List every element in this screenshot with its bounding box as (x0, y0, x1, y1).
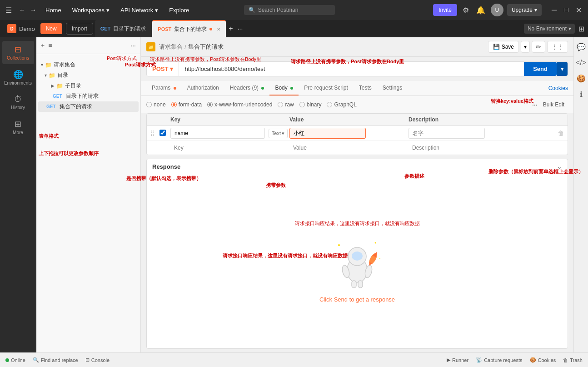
capture-item[interactable]: 📡 Capture requests (476, 357, 522, 363)
tree-request-get-2[interactable]: GET 集合下的请求 (38, 101, 139, 112)
more-tabs-icon[interactable]: ··· (236, 23, 245, 34)
tab-body[interactable]: Body (269, 81, 299, 96)
grid-view-icon[interactable]: ⊞ (578, 25, 584, 33)
row-checkbox-cell (159, 130, 170, 137)
text-type-selector[interactable]: Text ▾ (269, 129, 288, 138)
tab-headers[interactable]: Headers (9) (224, 81, 270, 96)
more-icon[interactable]: ··· (532, 101, 538, 108)
row-checkbox[interactable] (159, 130, 166, 136)
sidebar-item-collections[interactable]: ⊟ Collections (2, 41, 34, 64)
method-selector[interactable]: POST ▾ (147, 62, 179, 76)
url-input[interactable] (179, 62, 524, 76)
tab-params[interactable]: Params (146, 81, 182, 96)
close-button[interactable]: ✕ (573, 5, 584, 15)
bell-icon[interactable]: 🔔 (474, 4, 487, 16)
sidebar-item-history[interactable]: ⏱ History (2, 91, 34, 114)
tab-tests[interactable]: Tests (354, 81, 377, 96)
minimize-button[interactable]: ─ (549, 5, 559, 15)
add-collection-icon[interactable]: + (40, 41, 45, 50)
method-badge-get-2: GET (45, 104, 58, 110)
explore-link[interactable]: Explore (165, 5, 193, 15)
tree-folder-1[interactable]: ▾ 📁 目录 (38, 70, 139, 80)
import-button[interactable]: Import (66, 23, 93, 35)
value-cell (289, 128, 409, 139)
capture-label: Capture requests (484, 357, 522, 363)
find-replace-item[interactable]: 🔍 Find and replace (33, 357, 78, 363)
right-info-icon[interactable]: ℹ (578, 88, 584, 101)
api-network-menu[interactable]: API Network ▾ (117, 5, 162, 15)
body-type-none[interactable]: none (146, 101, 166, 108)
runner-item[interactable]: ▶ Runner (447, 357, 468, 363)
body-url-encoded-label: x-www-form-urlencoded (214, 101, 272, 108)
tree-subfolder[interactable]: ▶ 📁 子目录 (38, 80, 139, 91)
new-desc-input[interactable] (409, 143, 484, 153)
key-col-header: Key (170, 116, 289, 123)
right-cookie-icon[interactable]: 🍪 (575, 72, 588, 85)
filter-icon[interactable]: ≡ (47, 41, 53, 50)
body-type-raw[interactable]: raw (278, 101, 294, 108)
forward-arrow[interactable]: → (28, 5, 38, 15)
environment-selector[interactable]: No Environment ▾ (524, 24, 575, 34)
key-input[interactable] (170, 128, 265, 139)
radio-inner-gray (209, 103, 211, 106)
sidebar-item-more[interactable]: ⊞ More (2, 116, 34, 139)
save-dropdown[interactable]: ▾ (521, 41, 530, 53)
tab-post-request[interactable]: POST 集合下的请求 ✕ (152, 20, 226, 37)
edit-icon-btn[interactable]: ✏ (532, 41, 545, 53)
more-options-icon[interactable]: ··· (130, 41, 137, 50)
new-value-input[interactable] (289, 143, 365, 153)
add-tab-icon[interactable]: + (227, 23, 234, 35)
body-type-binary[interactable]: binary (299, 101, 322, 108)
trash-icon: 🗑 (563, 357, 568, 363)
tab-settings[interactable]: Settings (377, 81, 408, 96)
collections-icon: ⊟ (15, 45, 21, 55)
cookies-item[interactable]: 🍪 Cookies (530, 357, 556, 363)
user-avatar[interactable]: U (491, 4, 503, 16)
response-cta[interactable]: Click Send to get a response (319, 296, 395, 303)
hamburger-icon[interactable]: ☰ (4, 4, 14, 16)
delete-row-icon[interactable]: 🗑 (558, 130, 564, 137)
tab-cookies[interactable]: Cookies (548, 81, 568, 95)
folder-1-label: 目录 (57, 71, 68, 79)
fork-icon-btn[interactable]: ⋮⋮ (547, 41, 568, 53)
save-button[interactable]: 💾 Save (488, 41, 519, 53)
search-bar[interactable]: 🔍 Search Postman (244, 5, 335, 15)
tree-collection-root[interactable]: ▾ 📁 请求集合 (38, 60, 139, 70)
sidebar-item-environments[interactable]: 🌐 Environments (2, 66, 34, 89)
subfolder-chevron: ▶ (51, 83, 55, 88)
new-button[interactable]: New (40, 23, 62, 34)
drag-handle[interactable]: ⣿ (150, 130, 159, 136)
response-expand-icon[interactable]: ⌄ (557, 163, 562, 170)
invite-button[interactable]: Invite (433, 4, 457, 16)
value-input[interactable] (289, 128, 366, 139)
tab-get-request[interactable]: GET 目录下的请求 (95, 20, 152, 37)
send-button[interactable]: Send (524, 62, 557, 76)
new-key-input[interactable] (170, 143, 246, 153)
right-code-icon[interactable]: </> (574, 57, 588, 69)
request-header: 📁 请求集合 / 集合下的请求 💾 Save ▾ ✏ ⋮⋮ (141, 37, 573, 57)
console-item[interactable]: ⊡ Console (85, 357, 110, 363)
body-type-form-data[interactable]: form-data (171, 101, 202, 108)
back-arrow[interactable]: ← (17, 5, 27, 15)
settings-icon[interactable]: ⚙ (461, 4, 471, 16)
request-tabs: Params Authorization Headers (9) Body Pr… (141, 81, 573, 96)
trash-label: Trash (570, 357, 583, 363)
home-link[interactable]: Home (42, 5, 65, 15)
trash-item[interactable]: 🗑 Trash (563, 357, 583, 363)
row-actions: 🗑 (528, 130, 564, 137)
api-network-chevron: ▾ (155, 7, 158, 14)
maximize-button[interactable]: □ (561, 5, 571, 15)
body-type-url-encoded[interactable]: x-www-form-urlencoded (207, 101, 272, 108)
tab-authorization[interactable]: Authorization (182, 81, 224, 96)
body-type-graphql[interactable]: GraphQL (327, 101, 356, 108)
workspaces-menu[interactable]: Workspaces ▾ (69, 5, 113, 15)
upgrade-button[interactable]: Upgrade ▾ (507, 4, 542, 16)
send-dropdown[interactable]: ▾ (557, 62, 568, 76)
tree-request-get-1[interactable]: GET 目录下的请求 (38, 91, 139, 101)
body-binary-label: binary (307, 101, 322, 108)
tab-pre-request[interactable]: Pre-request Script (299, 81, 354, 96)
right-comment-icon[interactable]: 💬 (575, 41, 588, 53)
desc-input[interactable] (409, 128, 485, 139)
tab-close-icon[interactable]: ✕ (217, 27, 220, 32)
bulk-edit-button[interactable]: Bulk Edit (539, 100, 568, 110)
